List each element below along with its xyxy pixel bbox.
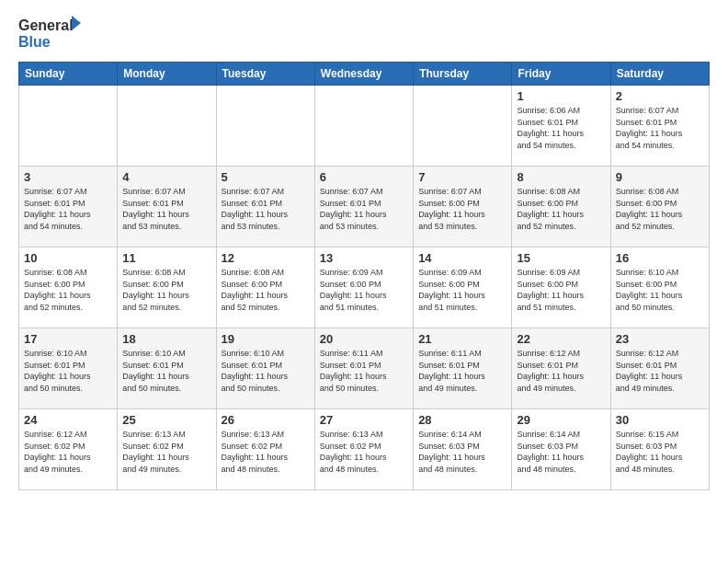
- day-info: Sunrise: 6:13 AM Sunset: 6:02 PM Dayligh…: [222, 429, 310, 475]
- calendar-cell: 5Sunrise: 6:07 AM Sunset: 6:01 PM Daylig…: [216, 167, 314, 247]
- calendar-week-row: 17Sunrise: 6:10 AM Sunset: 6:01 PM Dayli…: [19, 328, 710, 409]
- day-number: 17: [24, 332, 112, 346]
- day-number: 13: [320, 251, 408, 265]
- calendar-week-row: 10Sunrise: 6:08 AM Sunset: 6:00 PM Dayli…: [19, 247, 710, 328]
- weekday-header-wednesday: Wednesday: [314, 63, 413, 86]
- day-number: 19: [222, 332, 310, 346]
- calendar-week-row: 1Sunrise: 6:06 AM Sunset: 6:01 PM Daylig…: [19, 86, 710, 167]
- day-number: 28: [418, 413, 506, 427]
- calendar-cell: 28Sunrise: 6:14 AM Sunset: 6:03 PM Dayli…: [414, 409, 512, 490]
- page: GeneralBlue SundayMondayTuesdayWednesday…: [0, 0, 728, 504]
- day-info: Sunrise: 6:13 AM Sunset: 6:02 PM Dayligh…: [320, 429, 408, 475]
- day-info: Sunrise: 6:12 AM Sunset: 6:01 PM Dayligh…: [517, 348, 605, 394]
- calendar-cell: 1Sunrise: 6:06 AM Sunset: 6:01 PM Daylig…: [512, 86, 610, 167]
- day-number: 20: [320, 332, 408, 346]
- calendar-cell: 7Sunrise: 6:07 AM Sunset: 6:00 PM Daylig…: [414, 167, 512, 247]
- calendar-cell: 13Sunrise: 6:09 AM Sunset: 6:00 PM Dayli…: [314, 247, 413, 328]
- day-info: Sunrise: 6:10 AM Sunset: 6:00 PM Dayligh…: [616, 267, 704, 313]
- weekday-header-monday: Monday: [118, 63, 216, 86]
- weekday-header-row: SundayMondayTuesdayWednesdayThursdayFrid…: [19, 63, 710, 86]
- calendar-cell: 16Sunrise: 6:10 AM Sunset: 6:00 PM Dayli…: [610, 247, 709, 328]
- day-info: Sunrise: 6:09 AM Sunset: 6:00 PM Dayligh…: [320, 267, 408, 313]
- calendar-cell: 19Sunrise: 6:10 AM Sunset: 6:01 PM Dayli…: [216, 328, 314, 409]
- day-info: Sunrise: 6:11 AM Sunset: 6:01 PM Dayligh…: [320, 348, 408, 394]
- calendar-cell: 4Sunrise: 6:07 AM Sunset: 6:01 PM Daylig…: [118, 167, 216, 247]
- day-info: Sunrise: 6:08 AM Sunset: 6:00 PM Dayligh…: [24, 267, 112, 313]
- day-number: 18: [122, 332, 210, 346]
- day-info: Sunrise: 6:12 AM Sunset: 6:01 PM Dayligh…: [616, 348, 704, 394]
- weekday-header-saturday: Saturday: [610, 63, 709, 86]
- day-info: Sunrise: 6:09 AM Sunset: 6:00 PM Dayligh…: [418, 267, 506, 313]
- day-info: Sunrise: 6:08 AM Sunset: 6:00 PM Dayligh…: [517, 186, 605, 232]
- calendar-cell: 20Sunrise: 6:11 AM Sunset: 6:01 PM Dayli…: [314, 328, 413, 409]
- svg-marker-1: [72, 16, 81, 30]
- day-number: 24: [24, 413, 112, 427]
- day-number: 11: [122, 251, 210, 265]
- calendar-cell: [314, 86, 413, 167]
- calendar-cell: 18Sunrise: 6:10 AM Sunset: 6:01 PM Dayli…: [118, 328, 216, 409]
- day-info: Sunrise: 6:09 AM Sunset: 6:00 PM Dayligh…: [517, 267, 605, 313]
- day-number: 26: [222, 413, 310, 427]
- calendar-cell: 27Sunrise: 6:13 AM Sunset: 6:02 PM Dayli…: [314, 409, 413, 490]
- day-number: 12: [222, 251, 310, 265]
- day-number: 10: [24, 251, 112, 265]
- calendar-cell: 9Sunrise: 6:08 AM Sunset: 6:00 PM Daylig…: [610, 167, 709, 247]
- day-info: Sunrise: 6:15 AM Sunset: 6:03 PM Dayligh…: [616, 429, 704, 475]
- day-info: Sunrise: 6:14 AM Sunset: 6:03 PM Dayligh…: [418, 429, 506, 475]
- calendar-cell: 23Sunrise: 6:12 AM Sunset: 6:01 PM Dayli…: [610, 328, 709, 409]
- svg-text:General: General: [18, 17, 74, 33]
- day-info: Sunrise: 6:12 AM Sunset: 6:02 PM Dayligh…: [24, 429, 112, 475]
- day-info: Sunrise: 6:06 AM Sunset: 6:01 PM Dayligh…: [517, 105, 605, 151]
- day-number: 9: [616, 170, 704, 184]
- calendar-cell: [414, 86, 512, 167]
- calendar-cell: 14Sunrise: 6:09 AM Sunset: 6:00 PM Dayli…: [414, 247, 512, 328]
- day-info: Sunrise: 6:11 AM Sunset: 6:01 PM Dayligh…: [418, 348, 506, 394]
- day-number: 4: [122, 170, 210, 184]
- day-number: 30: [616, 413, 704, 427]
- calendar-cell: 3Sunrise: 6:07 AM Sunset: 6:01 PM Daylig…: [19, 167, 118, 247]
- day-info: Sunrise: 6:07 AM Sunset: 6:01 PM Dayligh…: [24, 186, 112, 232]
- calendar-cell: 30Sunrise: 6:15 AM Sunset: 6:03 PM Dayli…: [610, 409, 709, 490]
- calendar-cell: [216, 86, 314, 167]
- calendar-cell: 12Sunrise: 6:08 AM Sunset: 6:00 PM Dayli…: [216, 247, 314, 328]
- calendar-cell: 22Sunrise: 6:12 AM Sunset: 6:01 PM Dayli…: [512, 328, 610, 409]
- calendar-cell: 25Sunrise: 6:13 AM Sunset: 6:02 PM Dayli…: [118, 409, 216, 490]
- calendar-cell: 26Sunrise: 6:13 AM Sunset: 6:02 PM Dayli…: [216, 409, 314, 490]
- day-number: 2: [616, 89, 704, 103]
- day-info: Sunrise: 6:13 AM Sunset: 6:02 PM Dayligh…: [122, 429, 210, 475]
- header: GeneralBlue: [18, 14, 710, 52]
- day-number: 21: [418, 332, 506, 346]
- calendar-cell: 10Sunrise: 6:08 AM Sunset: 6:00 PM Dayli…: [19, 247, 118, 328]
- calendar-cell: 17Sunrise: 6:10 AM Sunset: 6:01 PM Dayli…: [19, 328, 118, 409]
- day-number: 27: [320, 413, 408, 427]
- calendar-cell: 11Sunrise: 6:08 AM Sunset: 6:00 PM Dayli…: [118, 247, 216, 328]
- day-number: 22: [517, 332, 605, 346]
- day-number: 15: [517, 251, 605, 265]
- day-info: Sunrise: 6:08 AM Sunset: 6:00 PM Dayligh…: [616, 186, 704, 232]
- day-number: 16: [616, 251, 704, 265]
- day-number: 25: [122, 413, 210, 427]
- day-info: Sunrise: 6:07 AM Sunset: 6:01 PM Dayligh…: [122, 186, 210, 232]
- calendar-cell: 29Sunrise: 6:14 AM Sunset: 6:03 PM Dayli…: [512, 409, 610, 490]
- calendar-cell: 8Sunrise: 6:08 AM Sunset: 6:00 PM Daylig…: [512, 167, 610, 247]
- day-number: 8: [517, 170, 605, 184]
- day-number: 23: [616, 332, 704, 346]
- day-info: Sunrise: 6:08 AM Sunset: 6:00 PM Dayligh…: [122, 267, 210, 313]
- weekday-header-tuesday: Tuesday: [216, 63, 314, 86]
- day-info: Sunrise: 6:10 AM Sunset: 6:01 PM Dayligh…: [24, 348, 112, 394]
- day-info: Sunrise: 6:07 AM Sunset: 6:01 PM Dayligh…: [616, 105, 704, 151]
- day-number: 5: [222, 170, 310, 184]
- day-number: 7: [418, 170, 506, 184]
- weekday-header-thursday: Thursday: [414, 63, 512, 86]
- calendar-cell: 24Sunrise: 6:12 AM Sunset: 6:02 PM Dayli…: [19, 409, 118, 490]
- calendar-table: SundayMondayTuesdayWednesdayThursdayFrid…: [18, 62, 710, 490]
- calendar-cell: 15Sunrise: 6:09 AM Sunset: 6:00 PM Dayli…: [512, 247, 610, 328]
- day-info: Sunrise: 6:08 AM Sunset: 6:00 PM Dayligh…: [222, 267, 310, 313]
- day-number: 3: [24, 170, 112, 184]
- calendar-cell: 6Sunrise: 6:07 AM Sunset: 6:01 PM Daylig…: [314, 167, 413, 247]
- day-info: Sunrise: 6:10 AM Sunset: 6:01 PM Dayligh…: [122, 348, 210, 394]
- day-number: 1: [517, 89, 605, 103]
- day-info: Sunrise: 6:07 AM Sunset: 6:00 PM Dayligh…: [418, 186, 506, 232]
- calendar-week-row: 3Sunrise: 6:07 AM Sunset: 6:01 PM Daylig…: [19, 167, 710, 247]
- day-number: 29: [517, 413, 605, 427]
